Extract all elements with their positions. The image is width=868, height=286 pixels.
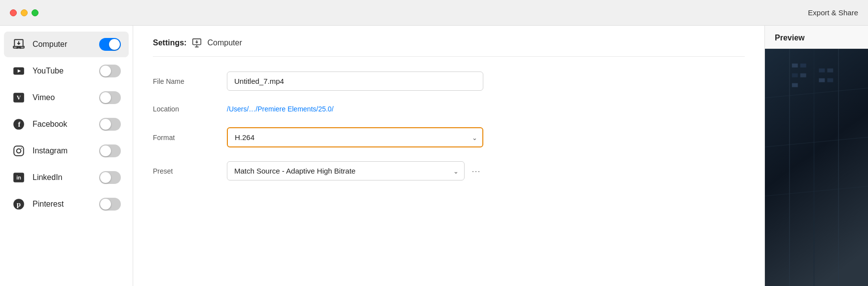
minimize-button[interactable] (21, 9, 28, 16)
traffic-lights (10, 9, 38, 16)
youtube-toggle[interactable] (99, 65, 121, 77)
svg-rect-6 (14, 146, 24, 156)
toggle-knob (100, 172, 111, 183)
computer-icon (12, 37, 26, 51)
svg-rect-24 (800, 73, 806, 77)
preset-select[interactable]: Match Source - Adaptive High Bitrate Mat… (227, 161, 465, 180)
more-options-button[interactable]: ⋯ (470, 166, 483, 177)
preview-panel: Preview (764, 26, 868, 286)
svg-rect-28 (819, 78, 825, 82)
svg-text:p: p (17, 200, 21, 208)
sidebar-item-youtube[interactable]: YouTube (4, 58, 129, 84)
file-name-row: File Name (153, 72, 745, 91)
toggle-knob (100, 92, 111, 103)
youtube-icon (12, 64, 26, 78)
location-label: Location (153, 105, 217, 113)
preview-header: Preview (765, 26, 868, 49)
sidebar: Computer YouTube V (0, 26, 133, 286)
instagram-toggle[interactable] (99, 144, 121, 157)
sidebar-item-linkedin[interactable]: in LinkedIn (4, 165, 129, 190)
preset-row: Preset Match Source - Adaptive High Bitr… (153, 161, 745, 180)
vimeo-toggle[interactable] (99, 91, 121, 104)
toggle-knob (100, 145, 111, 156)
sidebar-item-instagram-label: Instagram (33, 146, 92, 155)
pinterest-toggle[interactable] (99, 198, 121, 211)
svg-rect-14 (765, 49, 868, 286)
content-area: Settings: Computer File Name Location /U… (133, 26, 764, 286)
sidebar-item-pinterest[interactable]: p Pinterest (4, 191, 129, 217)
svg-rect-27 (827, 69, 833, 72)
svg-text:in: in (16, 175, 21, 180)
toggle-knob (109, 39, 120, 50)
file-name-control (227, 72, 483, 91)
format-row: Format H.264 H.265 MPEG2 QuickTime AVI ⌄ (153, 127, 745, 147)
svg-rect-26 (819, 69, 825, 72)
sidebar-item-facebook-label: Facebook (33, 120, 92, 129)
toggle-knob (100, 66, 111, 76)
file-name-label: File Name (153, 77, 217, 85)
sidebar-item-instagram[interactable]: Instagram (4, 138, 129, 164)
sidebar-item-computer-label: Computer (33, 40, 92, 49)
svg-point-7 (17, 149, 21, 153)
preview-image (765, 49, 868, 286)
settings-header: Settings: Computer (153, 37, 745, 57)
sidebar-item-pinterest-label: Pinterest (33, 200, 92, 209)
preset-control: Match Source - Adaptive High Bitrate Mat… (227, 161, 483, 180)
preset-label: Preset (153, 167, 217, 175)
sidebar-item-youtube-label: YouTube (33, 67, 92, 75)
format-label: Format (153, 134, 217, 142)
linkedin-toggle[interactable] (99, 171, 121, 184)
instagram-icon (12, 144, 26, 158)
sidebar-item-linkedin-label: LinkedIn (33, 173, 92, 182)
sidebar-item-vimeo-label: Vimeo (33, 93, 92, 102)
preset-select-container: Match Source - Adaptive High Bitrate Mat… (227, 161, 465, 180)
format-select[interactable]: H.264 H.265 MPEG2 QuickTime AVI (227, 127, 483, 147)
svg-rect-21 (792, 64, 798, 68)
linkedin-icon: in (12, 171, 26, 184)
sidebar-item-vimeo[interactable]: V Vimeo (4, 85, 129, 110)
svg-rect-22 (800, 64, 806, 68)
toggle-knob (100, 119, 111, 130)
svg-rect-23 (792, 73, 798, 77)
settings-label: Settings: (153, 38, 186, 47)
svg-rect-29 (827, 78, 833, 82)
title-bar: Export & Share (0, 0, 868, 26)
close-button[interactable] (10, 9, 17, 16)
preset-row-inner: Match Source - Adaptive High Bitrate Mat… (227, 161, 483, 180)
sidebar-item-computer[interactable]: Computer (4, 32, 129, 57)
computer-download-icon (191, 37, 202, 48)
window-title: Export & Share (808, 8, 858, 17)
main-layout: Computer YouTube V (0, 26, 868, 286)
sidebar-item-facebook[interactable]: f Facebook (4, 111, 129, 137)
pinterest-icon: p (12, 197, 26, 211)
location-control: /Users/…/Premiere Elements/25.0/ (227, 105, 483, 113)
settings-destination-label: Computer (207, 38, 242, 47)
maximize-button[interactable] (32, 9, 38, 16)
svg-text:V: V (17, 94, 21, 101)
svg-point-8 (21, 148, 22, 149)
svg-rect-25 (792, 83, 798, 87)
preview-image-overlay (765, 49, 868, 286)
format-control: H.264 H.265 MPEG2 QuickTime AVI ⌄ (227, 127, 483, 147)
file-name-input[interactable] (227, 72, 483, 91)
facebook-toggle[interactable] (99, 118, 121, 131)
preset-select-wrapper: Match Source - Adaptive High Bitrate Mat… (227, 161, 465, 180)
location-link[interactable]: /Users/…/Premiere Elements/25.0/ (227, 105, 333, 113)
format-select-wrapper: H.264 H.265 MPEG2 QuickTime AVI ⌄ (227, 127, 483, 147)
vimeo-icon: V (12, 91, 26, 105)
location-row: Location /Users/…/Premiere Elements/25.0… (153, 105, 745, 113)
facebook-icon: f (12, 117, 26, 131)
toggle-knob (100, 199, 111, 210)
computer-toggle[interactable] (99, 38, 121, 51)
